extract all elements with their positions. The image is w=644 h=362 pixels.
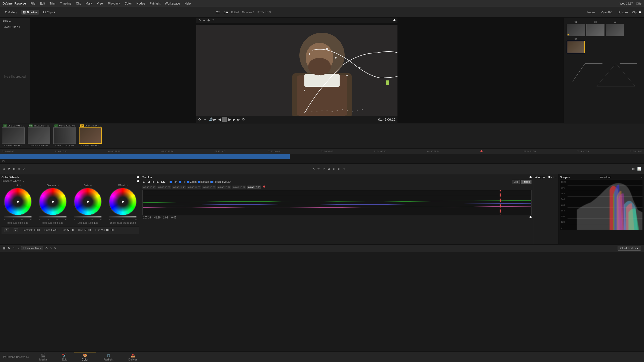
menu-clip[interactable]: Clip: [76, 2, 81, 5]
menu-workspace[interactable]: Workspace: [165, 2, 180, 5]
num-2-btn[interactable]: 2: [14, 228, 18, 232]
mode-dropdown-icon[interactable]: ▾: [23, 180, 24, 183]
menu-timeline[interactable]: Timeline: [60, 2, 71, 5]
frame-mode-btn[interactable]: Frame: [521, 180, 532, 184]
im-delete-icon[interactable]: ✕: [54, 247, 56, 250]
menu-fairlight[interactable]: Fairlight: [150, 2, 160, 5]
loop-btn[interactable]: ⟳: [242, 117, 245, 121]
scopes-mode[interactable]: Waveform: [600, 176, 611, 179]
offset-color-wheel[interactable]: [109, 188, 137, 215]
cloud-tracker-btn[interactable]: Cloud Tracker ▾: [618, 246, 641, 251]
openfx-btn[interactable]: OpenFX: [599, 10, 614, 15]
lift-color-wheel[interactable]: [4, 188, 32, 215]
nodes-btn[interactable]: Nodes: [585, 10, 597, 15]
clip-mode-btn[interactable]: Clip: [512, 180, 520, 184]
timeline-track[interactable]: [0, 154, 644, 159]
zoom-out-btn[interactable]: ⊖: [338, 167, 340, 171]
menu-playback[interactable]: Playback: [108, 2, 120, 5]
color-tab[interactable]: 🎨 Color: [74, 352, 96, 362]
zoom-in-btn[interactable]: ⊕: [333, 167, 335, 171]
redo-btn[interactable]: ↪: [343, 167, 345, 171]
ts-6[interactable]: 00:00:15:29: [217, 186, 231, 189]
scopes-dropdown-icon[interactable]: ▾: [641, 176, 642, 178]
window-dropdown-icon[interactable]: ▾: [551, 176, 552, 178]
marker-btn[interactable]: ◈: [3, 167, 5, 171]
crop-icon[interactable]: ✂: [203, 19, 205, 22]
ts-3[interactable]: 00:00:14:11: [172, 186, 186, 189]
menu-help[interactable]: Help: [184, 2, 191, 5]
tracker-stop[interactable]: ⏸: [152, 180, 155, 184]
lift-slider[interactable]: [4, 216, 32, 217]
clip-item-4[interactable]: 04 06:05:16:27 V1 Canon C200 RAW: [79, 124, 102, 147]
transform-ctrl-icon[interactable]: ⟳: [198, 117, 201, 121]
gallery-btn[interactable]: ⊞ Gallery: [3, 10, 19, 15]
offset-reset-icon[interactable]: ↺: [126, 184, 128, 187]
flag-btn[interactable]: ⚑: [8, 167, 11, 171]
play-btn[interactable]: ▶: [228, 117, 231, 121]
gamma-slider[interactable]: [39, 216, 67, 217]
im-num-2[interactable]: 2: [18, 247, 19, 250]
tracker-next[interactable]: ▶▶: [161, 180, 166, 184]
right-panel-toggle[interactable]: ⊞: [632, 167, 635, 171]
power-grade-label[interactable]: PowerGrade 1: [0, 24, 30, 30]
menu-nodes[interactable]: Nodes: [136, 2, 145, 5]
undo-btn[interactable]: ↩: [323, 167, 325, 171]
window-add-icon[interactable]: +: [553, 176, 554, 178]
im-curve-icon[interactable]: ∿: [50, 247, 52, 250]
menu-trim[interactable]: Trim: [50, 2, 56, 5]
timeline-btn[interactable]: ▤ Timeline: [21, 10, 39, 15]
settings-btn[interactable]: ⚙: [328, 167, 330, 171]
clip-item-2[interactable]: 02 06:00:29:34 V1 Canon C200 RAW: [28, 124, 50, 147]
pen-btn[interactable]: ✏: [317, 167, 320, 171]
clip-item-3[interactable]: 03 05:59:49:27 V1 Canon C200 RAW: [53, 124, 76, 147]
tracker-play[interactable]: ▶: [157, 180, 159, 184]
stills-label[interactable]: Stills 1: [0, 18, 30, 24]
primaries-wheels-label[interactable]: Primaries Wheels: [2, 180, 21, 183]
window-more-icon[interactable]: ⋯: [554, 176, 557, 178]
lum-mix-val[interactable]: 100.00: [106, 229, 114, 232]
gamma-reset-icon[interactable]: ↺: [57, 184, 59, 187]
stop-btn[interactable]: [222, 117, 227, 122]
pan-checkbox[interactable]: Pan: [170, 180, 177, 183]
ts-8[interactable]: 00:00:16:25: [247, 186, 261, 189]
offset-slider[interactable]: [109, 216, 137, 217]
menu-edit[interactable]: Edit: [40, 2, 45, 5]
menu-file[interactable]: File: [30, 2, 35, 5]
gain-color-wheel[interactable]: [74, 188, 102, 215]
interactive-mode-btn[interactable]: Interactive Mode: [21, 246, 43, 250]
flag-icon-2[interactable]: ⚑: [8, 247, 10, 250]
im-settings-icon[interactable]: ⚙: [45, 247, 48, 250]
clips-btn[interactable]: 🎞 Clips ▾: [41, 10, 57, 15]
color-grade-icon[interactable]: ⊞: [3, 247, 6, 250]
keyframe-btn[interactable]: ◇: [23, 167, 25, 171]
clip-item-1[interactable]: 01 05:11:27:04 V1 Canon C200 RAW: [2, 124, 25, 147]
go-first-btn[interactable]: ⏮: [213, 117, 217, 121]
motion-icon[interactable]: →: [203, 117, 207, 121]
gamma-color-wheel[interactable]: [39, 188, 67, 215]
menu-color[interactable]: Color: [125, 2, 132, 5]
composite-icon[interactable]: ⊗: [212, 19, 214, 22]
ts-5[interactable]: 00:00:15:06: [202, 186, 216, 189]
media-tab[interactable]: 🎬 Media: [32, 352, 54, 362]
edit-tab[interactable]: ✂️ Edit: [54, 352, 74, 362]
menu-view[interactable]: View: [97, 2, 103, 5]
contrast-val[interactable]: 1.000: [34, 229, 40, 232]
video-preview[interactable]: [196, 25, 397, 116]
sat-val[interactable]: 50.00: [67, 229, 74, 232]
fairlight-tab[interactable]: 🎵 Fairlight: [96, 352, 121, 362]
link-btn[interactable]: ⊕: [18, 167, 21, 171]
lift-reset-icon[interactable]: ↺: [19, 184, 21, 187]
ts-7[interactable]: 00:00:16:02: [232, 186, 246, 189]
tracker-prev[interactable]: ◀: [147, 180, 150, 184]
next-frame-btn[interactable]: ▶: [233, 117, 235, 121]
hue-val[interactable]: 50.00: [85, 229, 91, 232]
curve-btn[interactable]: ∿: [312, 167, 315, 171]
prev-frame-btn[interactable]: ◀: [218, 117, 221, 121]
ts-2[interactable]: 00:00:13:38: [157, 186, 172, 189]
perspective3d-checkbox[interactable]: Perspective 3D: [210, 180, 231, 183]
snap-btn[interactable]: ⊞: [13, 167, 16, 171]
tilt-checkbox[interactable]: Tilt: [179, 180, 185, 183]
transform-icon[interactable]: ⟲: [198, 19, 201, 22]
zoom-checkbox[interactable]: Zoom: [187, 180, 197, 183]
gain-reset-icon[interactable]: ↺: [90, 184, 92, 187]
